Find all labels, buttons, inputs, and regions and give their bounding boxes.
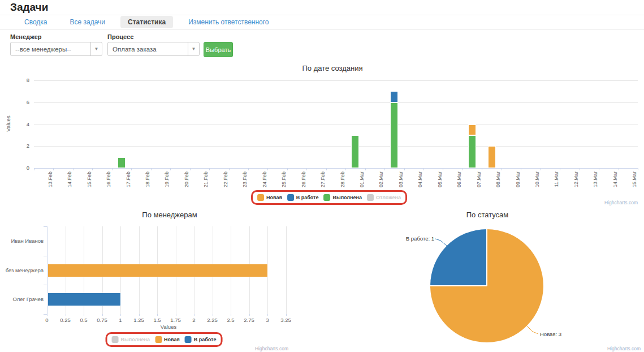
x-axis-tick <box>151 168 152 170</box>
x-axis-tick-label: 13.Feb <box>47 171 53 194</box>
x-axis-tick-label: 22.Feb <box>222 171 228 194</box>
bar-segment-new[interactable] <box>468 125 476 135</box>
legend-label: Выполнена <box>332 194 362 201</box>
x-axis-tick-label: 19.Feb <box>163 171 170 194</box>
process-select-caret[interactable]: ▼ <box>188 42 199 55</box>
category-label: Иван Иванов <box>0 238 44 244</box>
x-axis-tick-label: 18.Feb <box>144 171 150 194</box>
x-axis-tick <box>231 314 231 316</box>
tab-all-tasks[interactable]: Все задачи <box>63 16 113 28</box>
x-axis-tick <box>170 168 171 170</box>
x-axis-tick-label: 09.Mar <box>515 171 521 194</box>
legend-swatch-new <box>155 336 162 343</box>
x-axis-tick <box>326 168 327 170</box>
x-axis-tick <box>560 168 560 170</box>
x-axis-tick-label: 15.Feb <box>86 171 92 194</box>
gridline <box>34 125 638 125</box>
chart-by-statuses: По статусам В работе: 1 Новая: 3 Highcha… <box>384 208 644 352</box>
x-axis-tick <box>345 168 346 170</box>
legend-swatch-deferred <box>367 194 374 201</box>
x-axis-tick <box>287 168 288 170</box>
bar-in-progress[interactable] <box>47 293 121 306</box>
x-axis-tick-label: 12.Mar <box>573 171 579 194</box>
x-axis-tick-label: 11.Mar <box>553 171 559 194</box>
page-title: Задачи <box>10 1 48 14</box>
x-axis-tick <box>209 168 210 170</box>
x-axis-tick <box>66 314 66 316</box>
pie-connector-new <box>527 326 538 334</box>
chart-by-creation-date: По дате создания Values 0246813.Feb14.Fe… <box>0 60 644 208</box>
highcharts-credit[interactable]: Highcharts.com <box>604 200 638 205</box>
gridline <box>34 102 638 103</box>
x-axis-tick <box>229 168 230 170</box>
x-axis-tick <box>53 168 54 170</box>
x-axis-tick-label: 14.Feb <box>66 171 72 194</box>
chart2-x-axis-title: Values <box>161 324 176 330</box>
x-axis-tick <box>521 168 521 170</box>
x-axis-tick <box>92 168 93 170</box>
legend-swatch-in-progress <box>185 336 192 343</box>
tab-statistics[interactable]: Статистика <box>120 16 173 28</box>
chart2-plot-area: 00.250.50.7511.251.51.7522.252.52.7533.2… <box>0 208 351 352</box>
x-axis-tick <box>423 168 424 170</box>
manager-select-value: --все менеджеры-- <box>15 46 71 53</box>
pie-connector-in-progress <box>435 239 447 246</box>
legend-label: Отложена <box>376 194 401 201</box>
legend-item-new[interactable]: Новая <box>257 194 282 201</box>
x-axis-tick-label: 20.Feb <box>183 171 189 194</box>
bar-segment-done[interactable] <box>118 157 126 168</box>
bar-segment-done[interactable] <box>468 135 476 168</box>
category-label: Олег Грачев <box>0 296 44 303</box>
manager-select[interactable]: --все менеджеры-- ▼ <box>10 42 102 56</box>
x-axis-tick-label: 23.Feb <box>241 171 248 194</box>
y-axis-tick <box>44 256 47 256</box>
chart1-plot-area: 0246813.Feb14.Feb15.Feb16.Feb17.Feb18.Fe… <box>0 60 644 208</box>
x-axis-tick <box>157 314 158 316</box>
legend-item-deferred[interactable]: Отложена <box>367 194 401 201</box>
legend-item-in-progress[interactable]: В работе <box>287 194 319 201</box>
legend-item-done[interactable]: Выполнена <box>112 336 150 343</box>
legend-item-done[interactable]: Выполнена <box>323 194 362 201</box>
tab-change-assignee[interactable]: Изменить ответственного <box>181 16 276 28</box>
tab-bar: Сводка Все задачи Статистика Изменить от… <box>0 15 644 29</box>
bar-new[interactable] <box>47 264 268 277</box>
legend-label: В работе <box>194 336 217 343</box>
bar-segment-new[interactable] <box>488 146 496 168</box>
legend-item-in-progress[interactable]: В работе <box>185 336 217 343</box>
page: Задачи Сводка Все задачи Статистика Изме… <box>0 0 644 352</box>
x-axis-tick <box>599 168 599 170</box>
x-axis-tick <box>267 168 268 170</box>
x-axis-tick <box>139 314 140 316</box>
x-axis-tick <box>73 168 74 170</box>
y-axis-tick-label: 0 <box>10 165 29 171</box>
bar-segment-in-progress[interactable] <box>390 91 398 102</box>
y-axis-tick-label: 2 <box>10 143 29 149</box>
process-select[interactable]: Оплата заказа ▼ <box>107 42 200 56</box>
x-axis-tick-label: 08.Mar <box>495 171 501 194</box>
legend-swatch-in-progress <box>287 194 294 201</box>
x-axis-tick-label: 3.25 <box>275 317 297 324</box>
x-axis-tick-label: 15.Mar <box>631 171 637 194</box>
gridline <box>34 80 638 81</box>
select-button[interactable]: Выбрать <box>204 42 233 57</box>
x-axis-tick-label: 21.Feb <box>202 171 209 194</box>
legend-swatch-done <box>323 194 330 201</box>
x-axis-tick <box>541 168 541 170</box>
chevron-down-icon: ▼ <box>94 46 99 51</box>
x-axis-tick <box>120 314 121 316</box>
highcharts-credit[interactable]: Highcharts.com <box>607 346 641 351</box>
gridline <box>34 146 638 147</box>
bar-segment-done[interactable] <box>390 102 398 168</box>
manager-select-caret[interactable]: ▼ <box>90 42 102 55</box>
legend-item-new[interactable]: Новая <box>155 336 180 343</box>
x-axis-tick <box>249 314 250 316</box>
bar-segment-done[interactable] <box>351 135 359 168</box>
x-axis-tick <box>619 168 619 170</box>
highcharts-credit[interactable]: Highcharts.com <box>255 346 288 351</box>
chart2-legend-highlighted: ВыполненаНоваяВ работе <box>106 332 223 347</box>
x-axis-tick <box>502 168 502 170</box>
x-axis-tick-label: 14.Mar <box>612 171 618 194</box>
tab-summary[interactable]: Сводка <box>17 16 55 28</box>
x-axis-tick <box>306 168 307 170</box>
x-axis-tick <box>638 168 638 170</box>
